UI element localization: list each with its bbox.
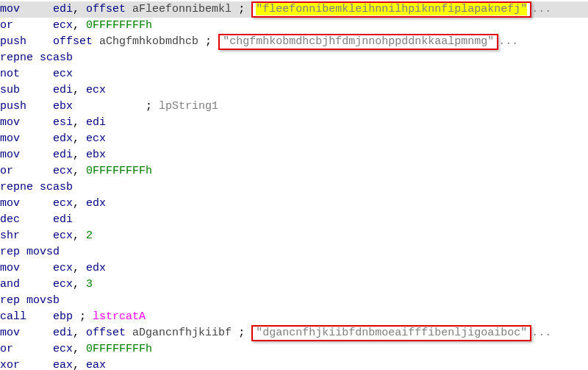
asm-line[interactable]: dec edi [0, 212, 588, 228]
called-function: lstrcatA [93, 310, 146, 323]
asm-line[interactable]: or ecx, 0FFFFFFFFh [0, 163, 588, 179]
asm-line[interactable]: or ecx, 0FFFFFFFFh [0, 18, 588, 34]
string-annotation-box: "dgancnfhjkiibfdnbmoeaifffibenljigoaiboc… [251, 325, 531, 341]
mnemonic: call [0, 310, 26, 323]
asm-line[interactable]: shr ecx, 2 [0, 228, 588, 244]
mnemonic: dec [0, 213, 20, 226]
mnemonic: mov [0, 132, 20, 145]
string-literal: "fleefonnibemkleihnnilhpiknnfiplapaknefj… [256, 3, 527, 15]
asm-line[interactable]: mov ecx, edx [0, 196, 588, 212]
asm-line[interactable]: repne scasb [0, 50, 588, 66]
mnemonic: or [0, 343, 13, 355]
mnemonic: or [0, 165, 13, 177]
asm-line[interactable]: repne scasb [0, 179, 588, 196]
asm-line[interactable]: mov edi, offset aFleefonnibemkl ; "fleef… [0, 1, 588, 18]
mnemonic: xor [0, 359, 20, 370]
mnemonic: shr [0, 230, 20, 242]
mnemonic: push [0, 35, 26, 48]
mnemonic: push [0, 100, 26, 113]
asm-line[interactable]: and ecx, 3 [0, 277, 588, 293]
string-literal: "chgfmhkobmdhcbjhfdmjnnohppddnkkaalpmnmg… [223, 35, 494, 48]
asm-line[interactable]: rep movsb [0, 293, 588, 309]
comment: lpString1 [159, 100, 218, 113]
asm-line[interactable]: push offset aChgfmhkobmdhcb ; "chgfmhkob… [0, 34, 588, 50]
asm-line[interactable]: push ebx ; lpString1 [0, 99, 588, 115]
mnemonic: repne scasb [0, 181, 73, 193]
mnemonic: mov [0, 197, 20, 210]
string-literal: "dgancnfhjkiibfdnbmoeaifffibenljigoaiboc… [256, 327, 527, 339]
string-annotation-box: "fleefonnibemkleihnnilhpiknnfiplapaknefj… [251, 1, 531, 18]
asm-line[interactable]: rep movsd [0, 244, 588, 260]
mnemonic: mov [0, 3, 20, 15]
mnemonic: and [0, 278, 20, 291]
mnemonic: mov [0, 262, 20, 274]
string-annotation-box: "chgfmhkobmdhcbjhfdmjnnohppddnkkaalpmnmg… [218, 34, 498, 50]
mnemonic: mov [0, 149, 20, 161]
asm-line[interactable]: mov edx, ecx [0, 131, 588, 147]
asm-line[interactable]: mov edi, ebx [0, 147, 588, 163]
mnemonic: rep movsb [0, 294, 60, 307]
asm-line[interactable]: not ecx [0, 66, 588, 82]
asm-line[interactable]: sub edi, ecx [0, 82, 588, 99]
disassembly-listing: mov edi, offset aFleefonnibemkl ; "fleef… [0, 0, 588, 370]
asm-line[interactable]: mov esi, edi [0, 115, 588, 131]
asm-line[interactable]: mov ecx, edx [0, 260, 588, 277]
asm-line[interactable]: call ebp ; lstrcatA [0, 309, 588, 325]
mnemonic: mov [0, 116, 20, 129]
asm-line[interactable]: xor eax, eax [0, 357, 588, 370]
mnemonic: sub [0, 84, 20, 96]
mnemonic: not [0, 68, 20, 80]
asm-line[interactable]: mov edi, offset aDgancnfhjkiibf ; "dganc… [0, 325, 588, 341]
mnemonic: repne scasb [0, 51, 73, 64]
mnemonic: rep movsd [0, 246, 60, 258]
mnemonic: or [0, 19, 13, 32]
mnemonic: mov [0, 327, 20, 339]
asm-line[interactable]: or ecx, 0FFFFFFFFh [0, 341, 588, 357]
